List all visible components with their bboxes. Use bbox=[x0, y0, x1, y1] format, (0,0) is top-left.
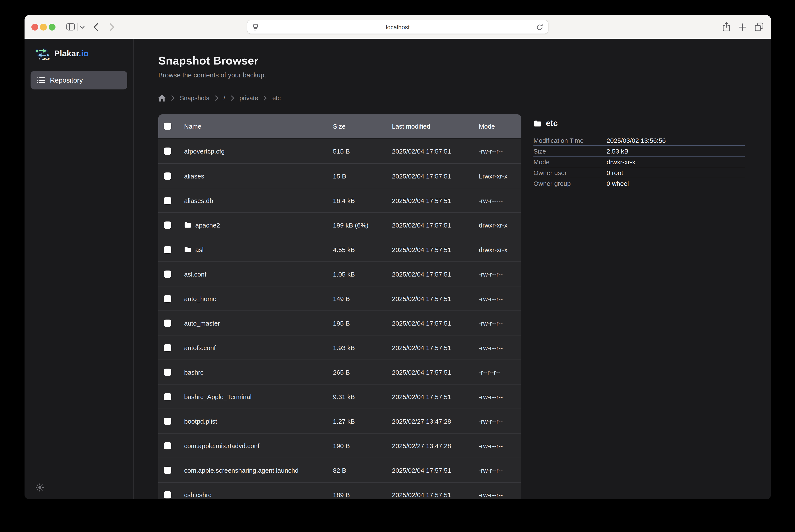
breadcrumb-chevron-icon bbox=[171, 95, 174, 101]
folder-icon bbox=[184, 222, 191, 228]
app-sidebar: PLAKAR Plakar.io Repository bbox=[24, 39, 134, 499]
detail-label: Owner group bbox=[533, 180, 607, 187]
detail-row: Modedrwxr-xr-x bbox=[533, 156, 745, 167]
sidebar-toggle-icon[interactable] bbox=[66, 23, 75, 31]
table-row[interactable]: auto_home149 B2025/02/04 17:57:51-rw-r--… bbox=[158, 286, 522, 310]
table-row[interactable]: aliases15 B2025/02/04 17:57:51Lrwxr-xr-x bbox=[158, 164, 522, 188]
row-checkbox[interactable] bbox=[164, 442, 171, 449]
file-name[interactable]: asl bbox=[195, 246, 204, 253]
row-checkbox[interactable] bbox=[164, 221, 171, 229]
page-icon[interactable] bbox=[252, 24, 259, 31]
row-checkbox[interactable] bbox=[164, 148, 171, 155]
file-mode: -rw-r--r-- bbox=[479, 270, 522, 278]
desktop: localhost bbox=[0, 0, 795, 532]
row-checkbox[interactable] bbox=[164, 491, 171, 498]
breadcrumb: Snapshots/privateetc bbox=[158, 95, 771, 101]
file-modified: 2025/02/04 17:57:51 bbox=[392, 197, 479, 204]
table-row[interactable]: afpovertcp.cfg515 B2025/02/04 17:57:51-r… bbox=[158, 139, 522, 164]
file-name[interactable]: com.apple.screensharing.agent.launchd bbox=[184, 467, 299, 474]
file-mode: -rw-r--r-- bbox=[479, 442, 522, 449]
back-icon[interactable] bbox=[93, 23, 98, 32]
row-checkbox[interactable] bbox=[164, 344, 171, 351]
file-size: 4.55 kB bbox=[333, 246, 392, 253]
row-checkbox[interactable] bbox=[164, 393, 171, 400]
table-row[interactable]: aliases.db16.4 kB2025/02/04 17:57:51-rw-… bbox=[158, 188, 522, 212]
sun-icon[interactable] bbox=[36, 483, 44, 492]
file-name[interactable]: aliases.db bbox=[184, 197, 213, 204]
table-row[interactable]: bashrc265 B2025/02/04 17:57:51-r--r--r-- bbox=[158, 360, 522, 384]
file-name[interactable]: bashrc_Apple_Terminal bbox=[184, 393, 252, 400]
zoom-window-button[interactable] bbox=[49, 24, 56, 31]
detail-row: Size2.53 kB bbox=[533, 146, 745, 156]
detail-value: 0 wheel bbox=[607, 180, 629, 187]
file-name[interactable]: auto_home bbox=[184, 295, 216, 302]
file-modified: 2025/02/04 17:57:51 bbox=[392, 368, 479, 376]
file-name[interactable]: apache2 bbox=[195, 221, 220, 229]
table-row[interactable]: csh.cshrc189 B2025/02/04 17:57:51-rw-r--… bbox=[158, 482, 522, 499]
details-title: etc bbox=[533, 119, 745, 128]
plakar-logo-text: Plakar.io bbox=[54, 49, 89, 58]
file-size: 1.27 kB bbox=[333, 417, 392, 425]
table-row[interactable]: auto_master195 B2025/02/04 17:57:51-rw-r… bbox=[158, 310, 522, 335]
row-checkbox[interactable] bbox=[164, 467, 171, 474]
forward-icon[interactable] bbox=[109, 23, 114, 32]
file-name[interactable]: afpovertcp.cfg bbox=[184, 148, 225, 155]
table-row[interactable]: apache2199 kB (6%)2025/02/04 17:57:51drw… bbox=[158, 212, 522, 237]
table-row[interactable]: bashrc_Apple_Terminal9.31 kB2025/02/04 1… bbox=[158, 384, 522, 408]
file-size: 1.05 kB bbox=[333, 270, 392, 278]
chevron-down-icon[interactable] bbox=[80, 26, 85, 29]
row-checkbox[interactable] bbox=[164, 270, 171, 278]
row-checkbox[interactable] bbox=[164, 417, 171, 425]
column-header-modified[interactable]: Last modified bbox=[392, 122, 479, 130]
plakar-logo[interactable]: PLAKAR Plakar.io bbox=[24, 39, 133, 61]
column-header-name[interactable]: Name bbox=[184, 122, 333, 130]
minimize-window-button[interactable] bbox=[40, 24, 47, 31]
file-mode: -rw-r----- bbox=[479, 197, 522, 204]
close-window-button[interactable] bbox=[32, 24, 38, 31]
detail-value: drwxr-xr-x bbox=[607, 158, 635, 165]
share-icon[interactable] bbox=[722, 22, 731, 32]
table-row[interactable]: com.apple.screensharing.agent.launchd82 … bbox=[158, 458, 522, 482]
home-icon[interactable] bbox=[158, 95, 166, 101]
file-name[interactable]: auto_master bbox=[184, 319, 220, 327]
reload-icon[interactable] bbox=[536, 24, 543, 31]
detail-row: Owner group0 wheel bbox=[533, 178, 745, 189]
row-checkbox[interactable] bbox=[164, 319, 171, 327]
sidebar-item-repository[interactable]: Repository bbox=[31, 71, 127, 90]
breadcrumb-item-2[interactable]: private bbox=[240, 95, 258, 101]
breadcrumb-item-1[interactable]: / bbox=[224, 95, 225, 101]
row-checkbox[interactable] bbox=[164, 295, 171, 302]
file-name[interactable]: autofs.conf bbox=[184, 344, 216, 351]
file-name[interactable]: csh.cshrc bbox=[184, 491, 211, 498]
file-mode: -rw-r--r-- bbox=[479, 467, 522, 474]
file-size: 189 B bbox=[333, 491, 392, 498]
table-row[interactable]: asl4.55 kB2025/02/04 17:57:51drwxr-xr-x bbox=[158, 237, 522, 262]
new-tab-icon[interactable] bbox=[739, 23, 746, 31]
row-checkbox[interactable] bbox=[164, 246, 171, 253]
select-all-checkbox[interactable] bbox=[164, 122, 171, 130]
row-checkbox[interactable] bbox=[164, 368, 171, 376]
breadcrumb-item-0[interactable]: Snapshots bbox=[180, 95, 209, 101]
file-name[interactable]: com.apple.mis.rtadvd.conf bbox=[184, 442, 260, 449]
address-bar[interactable]: localhost bbox=[247, 20, 549, 34]
column-header-size[interactable]: Size bbox=[333, 122, 392, 130]
table-row[interactable]: bootpd.plist1.27 kB2025/02/27 13:47:28-r… bbox=[158, 408, 522, 433]
file-name[interactable]: bashrc bbox=[184, 368, 204, 376]
main-content: Snapshot Browser Browse the contents of … bbox=[134, 39, 771, 499]
table-row[interactable]: autofs.conf1.93 kB2025/02/04 17:57:51-rw… bbox=[158, 335, 522, 360]
app-page: PLAKAR Plakar.io Repository bbox=[24, 39, 771, 499]
row-checkbox[interactable] bbox=[164, 172, 171, 179]
table-row[interactable]: com.apple.mis.rtadvd.conf190 B2025/02/27… bbox=[158, 433, 522, 458]
detail-label: Modification Time bbox=[533, 136, 607, 144]
row-checkbox[interactable] bbox=[164, 197, 171, 204]
details-title-text: etc bbox=[546, 119, 558, 128]
tab-overview-icon[interactable] bbox=[755, 22, 763, 32]
column-header-mode[interactable]: Mode bbox=[479, 122, 522, 130]
file-name[interactable]: aliases bbox=[184, 172, 204, 179]
detail-row: Owner user0 root bbox=[533, 167, 745, 178]
file-name[interactable]: bootpd.plist bbox=[184, 417, 217, 425]
table-row[interactable]: asl.conf1.05 kB2025/02/04 17:57:51-rw-r-… bbox=[158, 262, 522, 286]
file-name[interactable]: asl.conf bbox=[184, 270, 206, 278]
breadcrumb-item-3[interactable]: etc bbox=[272, 95, 281, 101]
table-header-row: Name Size Last modified Mode bbox=[158, 114, 522, 139]
